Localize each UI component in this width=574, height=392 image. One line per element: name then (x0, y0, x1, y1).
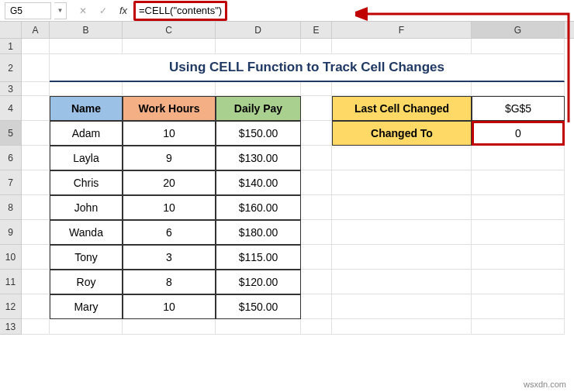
cell[interactable] (50, 82, 123, 96)
cell[interactable] (22, 245, 50, 270)
cell-pay[interactable]: $120.00 (216, 270, 301, 294)
cell[interactable] (332, 319, 472, 335)
cell[interactable] (332, 170, 472, 195)
row-header-6[interactable]: 6 (0, 146, 22, 170)
cell[interactable] (301, 82, 332, 96)
cell[interactable] (22, 121, 50, 146)
name-box-dropdown[interactable]: ▼ (54, 2, 67, 19)
cell-name[interactable]: Roy (50, 270, 123, 294)
cell-name[interactable]: John (50, 195, 123, 220)
col-header-E[interactable]: E (301, 22, 332, 38)
col-header-F[interactable]: F (332, 22, 472, 38)
cell[interactable] (472, 82, 565, 96)
cell[interactable] (301, 96, 332, 121)
cell[interactable] (123, 82, 216, 96)
cell[interactable] (332, 39, 472, 54)
cell[interactable] (301, 195, 332, 220)
cell-name[interactable]: Wanda (50, 220, 123, 245)
cell[interactable] (22, 294, 50, 319)
row-header-4[interactable]: 4 (0, 96, 22, 121)
cell-hours[interactable]: 8 (123, 270, 216, 294)
cell-pay[interactable]: $115.00 (216, 245, 301, 270)
col-header-C[interactable]: C (123, 22, 216, 38)
cell-name[interactable]: Layla (50, 146, 123, 170)
cell-hours[interactable]: 6 (123, 220, 216, 245)
cell[interactable] (22, 146, 50, 170)
row-header-10[interactable]: 10 (0, 245, 22, 270)
page-title[interactable]: Using CELL Function to Track Cell Change… (50, 54, 565, 82)
cell[interactable] (216, 39, 301, 54)
fx-icon[interactable]: fx (116, 4, 130, 18)
cell[interactable] (472, 319, 565, 335)
cell[interactable] (301, 319, 332, 335)
cell[interactable] (50, 39, 123, 54)
cell[interactable] (123, 39, 216, 54)
cell[interactable] (332, 195, 472, 220)
row-header-8[interactable]: 8 (0, 195, 22, 220)
row-header-3[interactable]: 3 (0, 82, 22, 96)
cell-name[interactable]: Adam (50, 121, 123, 146)
cell[interactable] (301, 39, 332, 54)
row-header-9[interactable]: 9 (0, 220, 22, 245)
cell-hours[interactable]: 9 (123, 146, 216, 170)
row-header-5[interactable]: 5 (0, 121, 22, 146)
row-header-1[interactable]: 1 (0, 39, 22, 54)
cell[interactable] (22, 220, 50, 245)
cell[interactable] (301, 270, 332, 294)
formula-input-spacer[interactable] (230, 2, 569, 19)
cell-name[interactable]: Tony (50, 245, 123, 270)
cell[interactable] (50, 319, 123, 335)
cell[interactable] (472, 245, 565, 270)
cell[interactable] (301, 170, 332, 195)
col-header-G[interactable]: G (472, 22, 565, 38)
cell[interactable] (22, 82, 50, 96)
cell[interactable] (332, 82, 472, 96)
cell-hours[interactable]: 10 (123, 121, 216, 146)
row-header-2[interactable]: 2 (0, 54, 22, 82)
cell[interactable] (301, 220, 332, 245)
cell[interactable] (22, 96, 50, 121)
cell[interactable] (332, 220, 472, 245)
cell-pay[interactable]: $150.00 (216, 121, 301, 146)
cell-name[interactable]: Chris (50, 170, 123, 195)
cell[interactable] (472, 170, 565, 195)
col-header-A[interactable]: A (22, 22, 50, 38)
cell[interactable] (22, 54, 50, 82)
cell[interactable] (472, 294, 565, 319)
label-changed-to[interactable]: Changed To (332, 121, 472, 146)
row-header-7[interactable]: 7 (0, 170, 22, 195)
cell[interactable] (472, 146, 565, 170)
formula-input[interactable]: =CELL("contents") (139, 5, 222, 16)
col-header-B[interactable]: B (50, 22, 123, 38)
cell-pay[interactable]: $160.00 (216, 195, 301, 220)
value-last-cell-changed[interactable]: $G$5 (472, 96, 565, 121)
cell[interactable] (22, 170, 50, 195)
cell[interactable] (22, 270, 50, 294)
header-pay[interactable]: Daily Pay (216, 96, 301, 121)
cell-pay[interactable]: $130.00 (216, 146, 301, 170)
col-header-D[interactable]: D (216, 22, 301, 38)
cell[interactable] (123, 319, 216, 335)
header-name[interactable]: Name (50, 96, 123, 121)
cell-hours[interactable]: 20 (123, 170, 216, 195)
cell[interactable] (301, 146, 332, 170)
cell[interactable] (216, 82, 301, 96)
cell[interactable] (22, 319, 50, 335)
cell-pay[interactable]: $180.00 (216, 220, 301, 245)
cell[interactable] (301, 121, 332, 146)
name-box[interactable]: G5 (5, 2, 51, 19)
cancel-icon[interactable]: ✕ (76, 4, 90, 18)
cell[interactable] (332, 294, 472, 319)
row-header-12[interactable]: 12 (0, 294, 22, 319)
cell-hours[interactable]: 3 (123, 245, 216, 270)
cell[interactable] (332, 146, 472, 170)
enter-icon[interactable]: ✓ (96, 4, 110, 18)
cell[interactable] (332, 270, 472, 294)
cell[interactable] (472, 270, 565, 294)
cell-pay[interactable]: $140.00 (216, 170, 301, 195)
cell-hours[interactable]: 10 (123, 294, 216, 319)
cell-name[interactable]: Mary (50, 294, 123, 319)
cell[interactable] (301, 294, 332, 319)
value-changed-to[interactable]: 0 (472, 121, 565, 146)
cell[interactable] (216, 319, 301, 335)
